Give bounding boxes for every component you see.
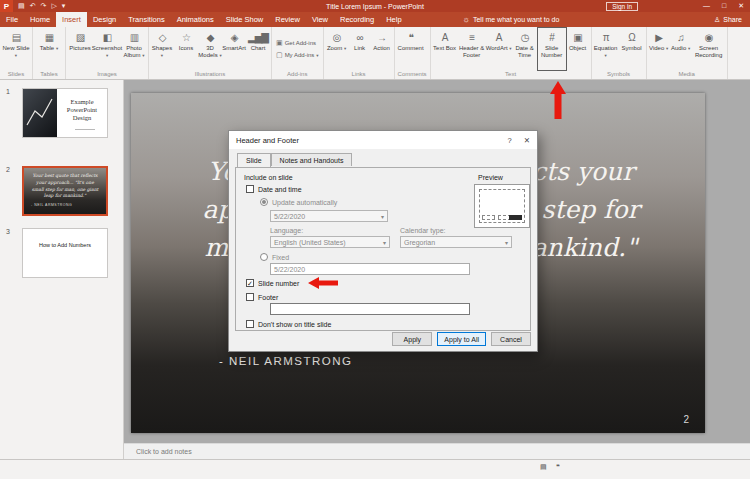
dialog-tab-notes-handouts[interactable]: Notes and Handouts [271,153,353,166]
smartart-button[interactable]: ◈ SmartArt [222,28,246,70]
qat-customize-icon[interactable]: ▾ [62,2,66,10]
comment-icon: ❝ [408,31,412,44]
footer-checkbox[interactable]: Footer [246,293,278,301]
checkbox-box[interactable] [246,320,254,328]
slide-thumbnail-1[interactable]: Example PowerPoint Design [22,88,108,138]
dont-show-title-slide-checkbox[interactable]: Don't show on title slide [246,320,331,328]
object-icon: ▣ [573,31,581,44]
apply-to-all-button[interactable]: Apply to All [437,332,486,346]
date-time-button[interactable]: ◷ Date & Time [512,28,538,70]
tab-design[interactable]: Design [87,12,122,27]
ribbon-group-symbols: π Equation ▾ Ω Symbol Symbols [592,27,647,79]
equation-button[interactable]: π Equation ▾ [593,28,619,70]
notes-pane[interactable]: Click to add notes [124,443,750,459]
photo-album-button[interactable]: ▥ Photo Album ▾ [121,28,147,70]
tab-animations[interactable]: Animations [171,12,220,27]
slide-thumbnail-3[interactable]: How to Add Numbers [22,228,108,278]
language-dropdown[interactable]: English (United States) ▾ [270,236,390,248]
thumbnail-attribution: - NEIL ARMSTRONG [24,203,106,207]
footer-text-field[interactable] [270,303,470,315]
screenshot-button[interactable]: ◧ Screenshot ▾ [93,28,121,70]
calendar-type-dropdown[interactable]: Gregorian ▾ [400,236,512,248]
screenshot-icon: ◧ [103,31,111,44]
fixed-date-field[interactable]: 5/22/2020 [270,263,470,275]
powerpoint-logo-icon: P [0,0,13,12]
tab-review[interactable]: Review [269,12,306,27]
title-bar: P ▤ ↶ ↷ ▷ ▾ Title Lorem Ipsum - PowerPoi… [0,0,750,12]
link-button[interactable]: ∞ Link [349,28,371,70]
slide-thumbnail-2[interactable]: Your best quote that reflects your appro… [22,166,108,216]
icons-button[interactable]: ☆ Icons [174,28,198,70]
comments-toggle-icon[interactable]: ❝ [556,463,560,471]
video-button[interactable]: ▶ Video ▾ [648,28,670,70]
dialog-help-button[interactable]: ? [508,136,512,145]
tab-file[interactable]: File [0,12,24,27]
date-dropdown[interactable]: 5/22/2020 ▾ [270,210,388,222]
dialog-close-button[interactable]: ✕ [524,136,530,145]
checkbox-box[interactable] [246,293,254,301]
notes-placeholder: Click to add notes [136,448,192,455]
slide-number-placeholder[interactable]: 2 [683,414,689,425]
minimize-button[interactable]: — [703,2,710,10]
zoom-button[interactable]: ◎ Zoom ▾ [325,28,349,70]
maximize-button[interactable]: □ [722,2,726,10]
start-slideshow-icon[interactable]: ▷ [51,2,56,10]
slide-attribution-text[interactable]: - NEIL ARMSTRONG [219,355,352,367]
checkbox-box[interactable]: ✓ [246,279,254,287]
symbol-button[interactable]: Ω Symbol [619,28,645,70]
link-icon: ∞ [357,31,363,44]
dropdown-arrow-icon: ▾ [344,46,346,51]
audio-button[interactable]: ♫ Audio ▾ [670,28,692,70]
redo-icon[interactable]: ↷ [41,2,47,10]
thumbnail-number: 3 [6,228,10,235]
cancel-button[interactable]: Cancel [491,332,531,346]
3d-models-button[interactable]: ◆ 3D Models ▾ [198,28,222,70]
apply-button[interactable]: Apply [392,332,432,346]
date-time-checkbox[interactable]: Date and time [246,185,302,193]
tell-me-box[interactable]: ☼ Tell me what you want to do [463,12,560,27]
fixed-radio[interactable]: Fixed [260,253,289,261]
header-footer-dialog: Header and Footer ? ✕ Slide Notes and Ha… [228,130,538,352]
chart-button[interactable]: ▂▅▇ Chart [246,28,270,70]
dialog-tab-slide[interactable]: Slide [237,153,271,167]
slide-number-button[interactable]: # Slide Number [538,28,566,70]
symbol-icon: Ω [628,31,634,44]
tab-help[interactable]: Help [380,12,407,27]
text-box-button[interactable]: A Text Box [432,28,458,70]
pictures-button[interactable]: ▨ Pictures [67,28,93,70]
tab-view[interactable]: View [306,12,334,27]
tell-me-label: Tell me what you want to do [473,16,559,23]
chart-icon: ▂▅▇ [248,31,268,44]
shapes-icon: ◇ [159,31,166,44]
shapes-button[interactable]: ◇ Shapes ▾ [150,28,174,70]
notes-toggle-icon[interactable]: ▤ [540,463,547,471]
dialog-title-bar: Header and Footer ? ✕ [229,131,537,149]
share-button[interactable]: ♙ Share [714,12,742,27]
tab-slide-show[interactable]: Slide Show [220,12,270,27]
my-addins-button[interactable]: ▢ My Add-ins ▾ [276,51,319,59]
tab-insert[interactable]: Insert [56,12,87,27]
preview-slide-number-placeholder [509,215,522,220]
new-slide-button[interactable]: ▤ New Slide ▾ [1,28,31,70]
screen-recording-button[interactable]: ◉ Screen Recording [692,28,726,70]
tab-recording[interactable]: Recording [334,12,380,27]
table-button[interactable]: ▦ Table ▾ [34,28,64,70]
dropdown-arrow-icon: ▾ [604,53,606,58]
text-box-icon: A [442,31,448,44]
sign-in-button[interactable]: Sign in [606,2,638,11]
header-footer-button[interactable]: ≡ Header & Footer [458,28,486,70]
comment-button[interactable]: ❝ Comment [396,28,426,70]
get-addins-button[interactable]: ▣ Get Add-ins [276,39,319,47]
slide-number-checkbox[interactable]: ✓ Slide number [246,279,299,287]
object-button[interactable]: ▣ Object [566,28,590,70]
close-button[interactable]: ✕ [738,2,744,10]
update-automatically-radio[interactable]: Update automatically [260,198,337,206]
undo-icon[interactable]: ↶ [30,2,36,10]
wordart-button[interactable]: A WordArt ▾ [486,28,512,70]
tab-home[interactable]: Home [24,12,56,27]
action-button[interactable]: → Action [371,28,393,70]
dropdown-arrow-icon: ▾ [666,46,668,51]
tab-transitions[interactable]: Transitions [122,12,170,27]
save-icon[interactable]: ▤ [18,2,25,10]
checkbox-box[interactable] [246,185,254,193]
